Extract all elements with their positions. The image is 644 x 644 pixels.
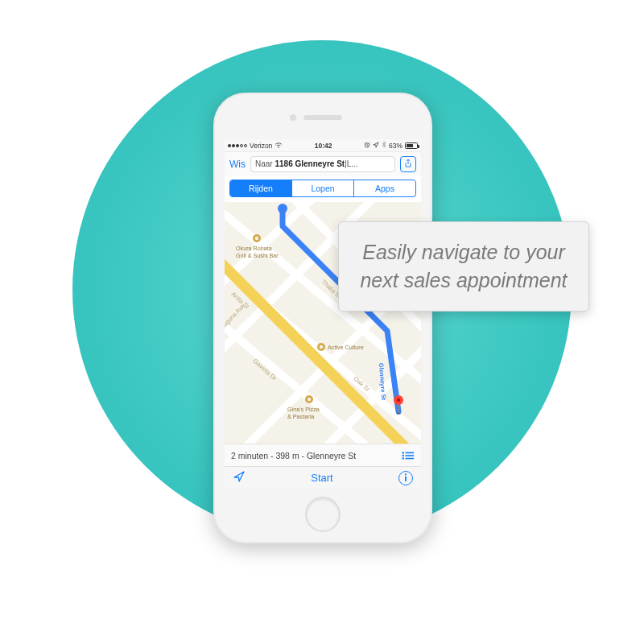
phone-speaker <box>303 115 342 120</box>
signal-strength-icon <box>228 144 247 147</box>
search-field[interactable]: Naar 1186 Glenneyre St|L... <box>250 156 395 172</box>
segment-rijden[interactable]: Rijden <box>230 180 292 196</box>
back-button[interactable]: Wis <box>229 159 246 170</box>
route-summary-text: 2 minuten - 398 m - Glenneyre St <box>231 451 356 460</box>
poi-label: Grill & Sushi Bar <box>236 252 279 259</box>
status-time: 10:42 <box>283 142 364 150</box>
share-button[interactable] <box>400 156 416 172</box>
battery-icon <box>405 142 418 149</box>
nav-row: Wis Naar 1186 Glenneyre St|L... <box>225 152 421 176</box>
bottom-toolbar: Start <box>225 466 421 489</box>
segment-apps[interactable]: Apps <box>354 180 415 196</box>
poi-label: Active Culture <box>328 344 364 351</box>
search-suffix: |L... <box>345 159 358 168</box>
svg-rect-38 <box>405 452 414 453</box>
svg-point-35 <box>320 345 323 349</box>
svg-point-37 <box>402 452 404 453</box>
feature-callout: Easily navigate to your next sales appoi… <box>338 221 589 312</box>
poi-label: Gina's Pizza <box>287 406 320 413</box>
wifi-icon <box>275 142 283 149</box>
svg-point-29 <box>397 398 401 402</box>
bluetooth-icon <box>382 141 386 150</box>
svg-rect-42 <box>405 457 414 459</box>
poi-label: & Pastaria <box>287 413 314 420</box>
info-icon <box>404 471 407 485</box>
svg-rect-44 <box>405 476 407 481</box>
search-prefix: Naar <box>255 159 275 168</box>
svg-point-41 <box>402 457 404 459</box>
share-icon <box>404 157 412 171</box>
navigation-arrow-icon <box>233 472 246 485</box>
svg-point-43 <box>405 473 407 475</box>
status-left: Verizon <box>228 142 283 150</box>
svg-rect-40 <box>405 455 414 456</box>
info-button[interactable] <box>398 471 413 485</box>
svg-point-39 <box>402 454 404 456</box>
poi-label: Okura Robata <box>236 245 272 252</box>
locate-me-button[interactable] <box>233 470 246 486</box>
phone-frame: Verizon 10:42 63% <box>213 93 432 543</box>
directions-list-button[interactable] <box>402 451 415 460</box>
list-icon <box>402 451 415 460</box>
svg-point-36 <box>308 398 311 401</box>
segment-lopen[interactable]: Lopen <box>292 180 354 196</box>
svg-point-30 <box>396 413 401 415</box>
location-status-icon <box>373 142 379 150</box>
route-summary-bar: 2 minuten - 398 m - Glenneyre St <box>225 444 421 466</box>
phone-screen: Verizon 10:42 63% <box>225 139 421 489</box>
status-bar: Verizon 10:42 63% <box>225 139 421 152</box>
battery-percent: 63% <box>389 142 402 150</box>
status-right: 63% <box>364 141 418 150</box>
search-address: 1186 Glenneyre St <box>275 159 345 168</box>
transport-segmented-control: Rijden Lopen Apps <box>229 180 416 197</box>
alarm-icon <box>364 142 370 150</box>
svg-point-0 <box>279 147 280 148</box>
start-navigation-button[interactable]: Start <box>311 472 332 484</box>
home-button[interactable] <box>305 497 341 532</box>
carrier-label: Verizon <box>250 142 272 150</box>
callout-text: Easily navigate to your next sales appoi… <box>360 241 567 291</box>
svg-point-34 <box>255 237 258 240</box>
phone-camera-dot <box>290 114 296 121</box>
